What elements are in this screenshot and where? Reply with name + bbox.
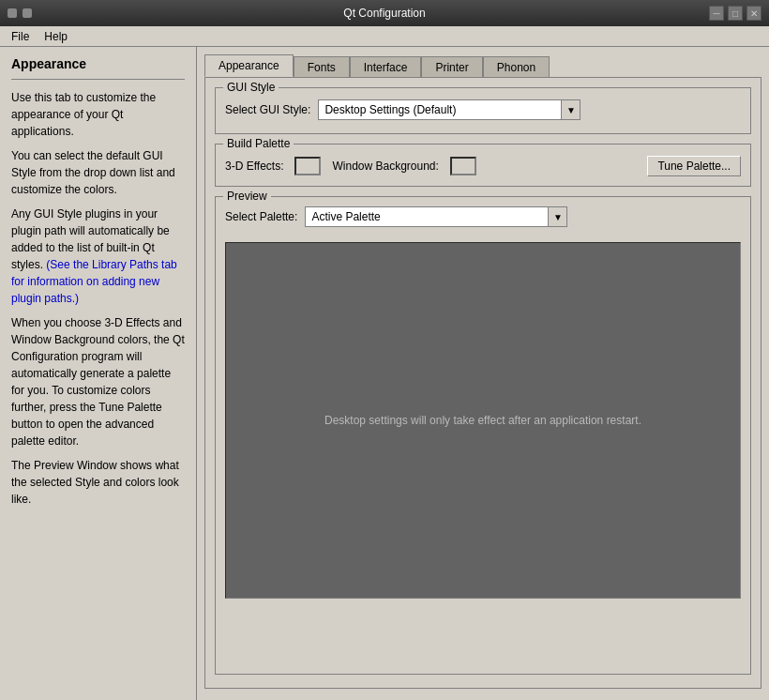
maximize-button[interactable]: □: [728, 6, 743, 21]
title-bar-dot: [8, 8, 17, 18]
left-text-p1: Use this tab to customize the appearance…: [11, 89, 185, 140]
gui-style-select[interactable]: Desktop Settings (Default) ▼: [318, 99, 581, 120]
left-text-p2: You can select the default GUI Style fro…: [11, 147, 185, 198]
left-panel-text: Use this tab to customize the appearance…: [11, 89, 185, 508]
left-text-p3: Any GUI Style plugins in your plugin pat…: [11, 205, 185, 307]
window-title: Qt Configuration: [343, 7, 425, 20]
tab-bar: Appearance Fonts Interface Printer Phono…: [204, 54, 761, 77]
select-palette-label: Select Palette:: [225, 210, 297, 223]
menu-file[interactable]: File: [4, 28, 37, 45]
title-bar-buttons: ─ □ ✕: [709, 6, 761, 21]
title-bar: Qt Configuration ─ □ ✕: [0, 0, 769, 26]
tab-phonon[interactable]: Phonon: [483, 56, 550, 79]
left-panel-divider: [11, 79, 185, 80]
gui-style-value: Desktop Settings (Default): [319, 103, 561, 116]
preview-group: Preview Select Palette: Active Palette ▼…: [215, 196, 751, 675]
preview-inner: Select Palette: Active Palette ▼ Desktop…: [225, 206, 741, 599]
close-button[interactable]: ✕: [746, 6, 761, 21]
main-container: Appearance Use this tab to customize the…: [0, 47, 769, 700]
tab-fonts[interactable]: Fonts: [294, 56, 350, 79]
preview-group-label: Preview: [223, 190, 271, 203]
left-panel-title: Appearance: [11, 56, 185, 71]
gui-style-row: Select GUI Style: Desktop Settings (Defa…: [225, 99, 741, 120]
left-text-p5: The Preview Window shows what the select…: [11, 457, 185, 508]
preview-area: Desktop settings will only take effect a…: [225, 242, 741, 599]
effects-label: 3-D Effects:: [225, 160, 283, 173]
palette-select[interactable]: Active Palette ▼: [305, 206, 567, 227]
gui-style-group-label: GUI Style: [223, 81, 279, 94]
tab-interface[interactable]: Interface: [350, 56, 422, 79]
menu-bar: File Help: [0, 26, 769, 47]
gui-style-group: GUI Style Select GUI Style: Desktop Sett…: [215, 87, 751, 134]
effects-color-swatch[interactable]: [294, 157, 321, 175]
right-panel: Appearance Fonts Interface Printer Phono…: [197, 47, 769, 700]
select-gui-style-label: Select GUI Style:: [225, 103, 310, 116]
gui-style-arrow[interactable]: ▼: [561, 100, 580, 119]
build-palette-group-label: Build Palette: [223, 137, 294, 150]
tab-content: GUI Style Select GUI Style: Desktop Sett…: [204, 77, 761, 689]
palette-value: Active Palette: [306, 210, 548, 223]
preview-select-row: Select Palette: Active Palette ▼: [225, 206, 741, 227]
tab-appearance[interactable]: Appearance: [204, 54, 294, 77]
build-palette-group: Build Palette 3-D Effects: Window Backgr…: [215, 144, 751, 187]
menu-help[interactable]: Help: [37, 28, 75, 45]
palette-arrow[interactable]: ▼: [548, 207, 566, 226]
minimize-button[interactable]: ─: [709, 6, 724, 21]
tab-printer[interactable]: Printer: [421, 56, 482, 79]
left-text-p4: When you choose 3-D Effects and Window B…: [11, 314, 185, 449]
window-bg-label: Window Background:: [332, 160, 438, 173]
title-bar-dot2: [23, 8, 32, 18]
tune-palette-button[interactable]: Tune Palette...: [647, 156, 741, 176]
left-panel: Appearance Use this tab to customize the…: [0, 47, 197, 700]
window-bg-color-swatch[interactable]: [450, 157, 476, 175]
title-bar-left: [8, 8, 32, 18]
preview-message: Desktop settings will only take effect a…: [324, 414, 641, 427]
build-palette-row: 3-D Effects: Window Background: Tune Pal…: [225, 156, 741, 176]
